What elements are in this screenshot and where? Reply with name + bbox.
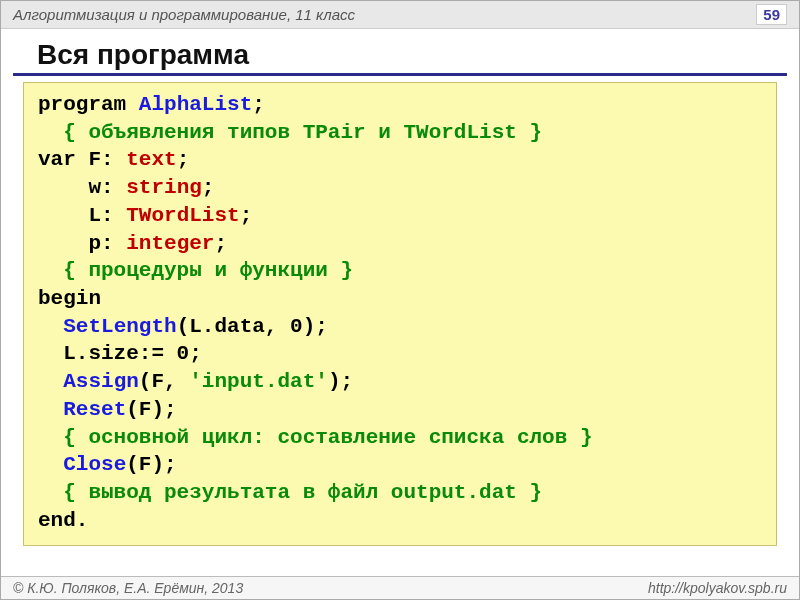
code-line: L.size:= 0;	[38, 340, 762, 368]
subject-label: Алгоритмизация и программирование, 11 кл…	[13, 6, 355, 23]
slide-container: Алгоритмизация и программирование, 11 кл…	[0, 0, 800, 600]
var-l: L:	[88, 204, 126, 227]
indent	[38, 398, 63, 421]
kw-var: var	[38, 148, 88, 171]
fn-assign: Assign	[63, 370, 139, 393]
footer-url: http://kpolyakov.spb.ru	[648, 580, 787, 596]
code-line: program AlphaList;	[38, 91, 762, 119]
fn-reset: Reset	[63, 398, 126, 421]
semicolon: ;	[252, 93, 265, 116]
semicolon: ;	[240, 204, 253, 227]
code-line: SetLength(L.data, 0);	[38, 313, 762, 341]
semicolon: ;	[214, 232, 227, 255]
indent	[38, 176, 88, 199]
code-line: p: integer;	[38, 230, 762, 258]
string-literal: 'input.dat'	[189, 370, 328, 393]
indent	[38, 315, 63, 338]
code-block: program AlphaList; { объявления типов TP…	[23, 82, 777, 546]
footer-bar: © К.Ю. Поляков, Е.А. Ерёмин, 2013 http:/…	[1, 576, 799, 599]
type-twordlist: TWordList	[126, 204, 239, 227]
var-w: w:	[88, 176, 126, 199]
var-f: F:	[88, 148, 126, 171]
code-line: L: TWordList;	[38, 202, 762, 230]
code-line: Assign(F, 'input.dat');	[38, 368, 762, 396]
program-name: AlphaList	[139, 93, 252, 116]
footer-authors: © К.Ю. Поляков, Е.А. Ерёмин, 2013	[13, 580, 243, 596]
type-string: string	[126, 176, 202, 199]
semicolon: ;	[177, 148, 190, 171]
paren-open: (F,	[139, 370, 189, 393]
indent	[38, 370, 63, 393]
paren-close: );	[328, 370, 353, 393]
call-args: (F);	[126, 398, 176, 421]
indent	[38, 204, 88, 227]
code-comment: { объявления типов TPair и TWordList }	[38, 119, 762, 147]
code-comment: { вывод результата в файл output.dat }	[38, 479, 762, 507]
call-args: (L.data, 0);	[177, 315, 328, 338]
indent	[38, 232, 88, 255]
code-line: var F: text;	[38, 146, 762, 174]
fn-close: Close	[63, 453, 126, 476]
type-integer: integer	[126, 232, 214, 255]
type-text: text	[126, 148, 176, 171]
var-p: p:	[88, 232, 126, 255]
kw-begin: begin	[38, 285, 762, 313]
kw-end: end.	[38, 507, 762, 535]
header-bar: Алгоритмизация и программирование, 11 кл…	[1, 1, 799, 29]
indent	[38, 453, 63, 476]
page-title: Вся программа	[13, 33, 787, 76]
fn-setlength: SetLength	[63, 315, 176, 338]
kw-program: program	[38, 93, 139, 116]
code-line: w: string;	[38, 174, 762, 202]
code-comment: { основной цикл: составление списка слов…	[38, 424, 762, 452]
code-line: Reset(F);	[38, 396, 762, 424]
code-comment: { процедуры и функции }	[38, 257, 762, 285]
call-args: (F);	[126, 453, 176, 476]
page-number: 59	[756, 4, 787, 25]
code-line: Close(F);	[38, 451, 762, 479]
semicolon: ;	[202, 176, 215, 199]
